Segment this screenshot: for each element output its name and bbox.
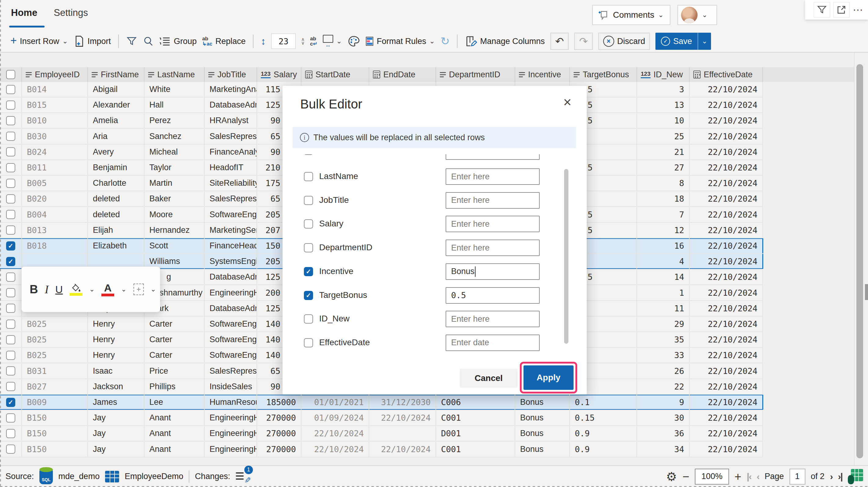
cell-start[interactable]: 22/10/2024 bbox=[302, 426, 369, 441]
column-header-EndDate[interactable]: EndDate bbox=[369, 67, 436, 82]
row-checkbox[interactable] bbox=[6, 116, 15, 125]
field-input-EffectiveDate[interactable]: Enter date bbox=[445, 335, 540, 351]
zoom-out-button[interactable]: − bbox=[683, 471, 689, 482]
cell-last[interactable]: Perez bbox=[145, 113, 205, 128]
cell-end[interactable]: 22/10/2024 bbox=[369, 442, 436, 457]
select-all-checkbox[interactable] bbox=[6, 70, 15, 79]
cell-job[interactable]: DatabaseAdm bbox=[205, 97, 257, 113]
cell-idnew[interactable]: 25 bbox=[637, 129, 690, 144]
cell-job[interactable]: HeadofIT bbox=[205, 160, 257, 175]
cell-job[interactable]: SoftwareEngi bbox=[205, 348, 257, 363]
column-header-TargetBonus[interactable]: TargetBonus bbox=[570, 67, 637, 82]
cell-last[interactable]: Sanchez bbox=[145, 129, 205, 144]
cell-first[interactable]: Abigail bbox=[88, 82, 145, 97]
discard-button[interactable]: × Discard bbox=[598, 33, 650, 50]
cell-first[interactable]: Henry bbox=[88, 348, 145, 363]
cell-idnew[interactable]: 10 bbox=[637, 113, 690, 128]
underline-button[interactable]: U bbox=[55, 283, 63, 296]
save-button[interactable]: ✓ Save bbox=[655, 33, 698, 50]
cell-first[interactable]: Benjamin bbox=[88, 160, 145, 175]
tab-home[interactable]: Home bbox=[11, 7, 37, 18]
cell-eff[interactable]: 22/10/2024 bbox=[690, 442, 763, 457]
cell-idnew[interactable]: 13 bbox=[637, 97, 690, 113]
dialog-scrollbar-thumb[interactable] bbox=[564, 169, 568, 344]
cell-bonus[interactable]: 0.1 bbox=[570, 395, 637, 410]
row-checkbox[interactable] bbox=[6, 445, 15, 454]
cell-eff[interactable]: 22/10/2024 bbox=[690, 129, 763, 144]
cell-idnew[interactable]: 11 bbox=[637, 301, 690, 316]
cell-job[interactable]: EngineeringH bbox=[205, 426, 257, 441]
field-checkbox-ID_New[interactable] bbox=[304, 314, 313, 324]
italic-button[interactable]: I bbox=[44, 283, 49, 296]
cell-last[interactable]: White bbox=[145, 82, 205, 97]
row-checkbox[interactable] bbox=[6, 100, 15, 110]
cell-eff[interactable]: 22/10/2024 bbox=[690, 270, 763, 284]
cell-job[interactable]: FinanceHead bbox=[205, 238, 257, 253]
cell-first[interactable]: Elijah bbox=[88, 223, 145, 238]
column-header-EmployeeID[interactable]: EmployeeID bbox=[22, 67, 88, 82]
cell-eff[interactable]: 22/10/2024 bbox=[690, 82, 763, 97]
field-checkbox-Incentive[interactable]: ✓ bbox=[304, 267, 313, 276]
wrap-text-button[interactable]: abc↵ bbox=[310, 36, 317, 47]
cell-start[interactable]: 01/09/2024 bbox=[302, 410, 369, 425]
row-checkbox[interactable] bbox=[6, 132, 15, 141]
cell-job[interactable]: SoftwareEngi bbox=[205, 316, 257, 332]
row-checkbox[interactable] bbox=[6, 429, 15, 438]
cell-eff[interactable]: 22/10/2024 bbox=[690, 191, 763, 206]
last-page-button[interactable]: ›| bbox=[838, 471, 842, 482]
cell-idnew[interactable]: 3 bbox=[637, 82, 690, 97]
cell-eff[interactable]: 22/10/2024 bbox=[690, 145, 763, 159]
field-input-Incentive[interactable]: Bonus bbox=[445, 263, 540, 280]
field-input-JobTitle[interactable]: Enter here bbox=[445, 192, 540, 209]
cell-eff[interactable]: 22/10/2024 bbox=[690, 364, 763, 378]
row-checkbox[interactable] bbox=[6, 351, 15, 360]
next-page-button[interactable]: › bbox=[830, 471, 833, 482]
save-dropdown[interactable]: ⌄ bbox=[698, 33, 711, 50]
changes-icon[interactable]: ✎ 1 bbox=[236, 469, 253, 484]
row-checkbox[interactable]: ✓ bbox=[6, 257, 15, 266]
row-height-stepper[interactable]: ∧ ∨ bbox=[301, 38, 305, 45]
first-page-button[interactable]: |‹ bbox=[747, 471, 751, 482]
cell-job[interactable]: EngineeringH bbox=[205, 410, 257, 425]
cell-idnew[interactable]: 1 bbox=[637, 285, 690, 300]
cell-last[interactable]: Hernandez bbox=[145, 223, 205, 238]
cell-job[interactable]: HRAnalyst bbox=[205, 113, 257, 128]
column-header-StartDate[interactable]: StartDate bbox=[302, 67, 369, 82]
cell-eff[interactable]: 22/10/2024 bbox=[690, 395, 763, 410]
cell-eff[interactable]: 22/10/2024 bbox=[690, 176, 763, 191]
cell-last[interactable]: Carter bbox=[145, 316, 205, 332]
cell-id[interactable]: B011 bbox=[22, 160, 88, 175]
column-header-Incentive[interactable]: Incentive bbox=[515, 67, 570, 82]
field-checkbox-TargetBonus[interactable]: ✓ bbox=[304, 291, 313, 300]
cell-job[interactable]: SoftwareEngi bbox=[205, 332, 257, 347]
row-checkbox[interactable] bbox=[6, 210, 15, 219]
cell-job[interactable]: EngineeringH bbox=[205, 285, 257, 300]
cell-last[interactable]: Scott bbox=[145, 238, 205, 253]
cell-eff[interactable]: 22/10/2024 bbox=[690, 97, 763, 113]
cell-eff[interactable]: 22/10/2024 bbox=[690, 316, 763, 332]
cell-first[interactable]: Henry bbox=[88, 316, 145, 332]
refresh-icon[interactable]: ↻ bbox=[440, 35, 450, 48]
cell-idnew[interactable]: 30 bbox=[637, 410, 690, 425]
cell-dept[interactable]: D001 bbox=[436, 426, 515, 441]
cell-id[interactable]: B010 bbox=[22, 113, 88, 128]
cell-first[interactable]: Jay bbox=[88, 410, 145, 425]
row-checkbox[interactable] bbox=[6, 147, 15, 156]
cell-first[interactable]: Elizabeth bbox=[88, 238, 145, 253]
cell-dept[interactable]: C001 bbox=[436, 442, 515, 457]
cell-idnew[interactable]: 18 bbox=[637, 191, 690, 206]
cell-idnew[interactable]: 9 bbox=[637, 395, 690, 410]
field-checkbox-Salary[interactable] bbox=[304, 219, 313, 229]
row-checkbox[interactable] bbox=[6, 225, 15, 235]
color-palette-button[interactable] bbox=[347, 35, 360, 48]
cell-idnew[interactable]: 33 bbox=[637, 348, 690, 363]
row-checkbox[interactable] bbox=[6, 163, 15, 172]
cell-first[interactable]: Alexander bbox=[88, 97, 145, 113]
cell-idnew[interactable]: 4 bbox=[637, 254, 690, 269]
column-width-button[interactable]: ↔ ⌄ bbox=[323, 35, 342, 48]
cell-dept[interactable]: C006 bbox=[436, 395, 515, 410]
cell-id[interactable]: B030 bbox=[22, 129, 88, 144]
cell-id[interactable]: B025 bbox=[22, 332, 88, 347]
manage-columns-button[interactable]: Manage Columns bbox=[465, 35, 545, 48]
cell-idnew[interactable]: 21 bbox=[637, 145, 690, 159]
